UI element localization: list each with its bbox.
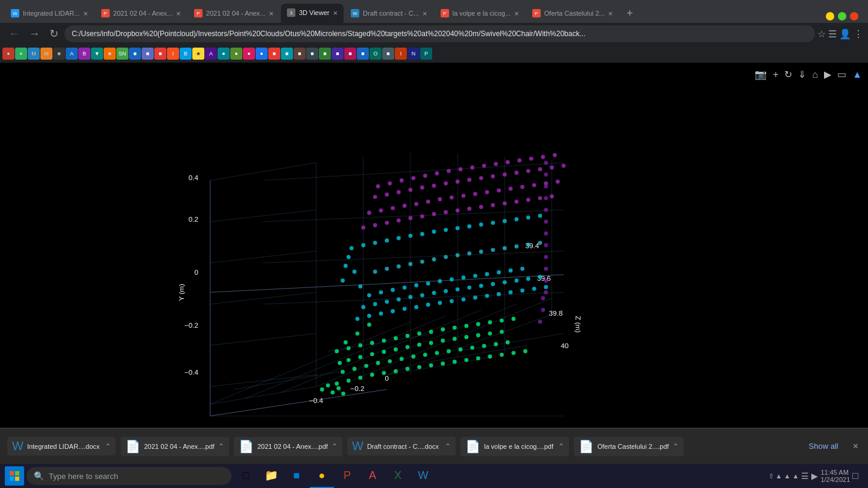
- rectangle-icon[interactable]: ▭: [836, 67, 848, 81]
- svg-point-254: [397, 264, 401, 269]
- show-all-button[interactable]: Show all: [802, 438, 846, 454]
- ext-icon-3[interactable]: M: [28, 48, 40, 60]
- download-chevron-5[interactable]: ⌃: [558, 442, 564, 451]
- ext-icon-27[interactable]: ■: [332, 48, 344, 60]
- ext-icon-5[interactable]: ■: [53, 48, 65, 60]
- svg-point-275: [544, 208, 548, 212]
- file-explorer-button[interactable]: 📁: [259, 464, 283, 488]
- ext-icon-4[interactable]: M: [40, 48, 52, 60]
- download-item-6[interactable]: 📄 Oferta Castelului 2....pdf ⌃: [574, 437, 684, 456]
- home-icon[interactable]: ⌂: [811, 68, 819, 81]
- task-view-button[interactable]: □: [234, 464, 258, 488]
- ext-icon-23[interactable]: ■: [281, 48, 293, 60]
- ext-icon-8[interactable]: ▼: [91, 48, 103, 60]
- ext-icon-12[interactable]: ■: [142, 48, 154, 60]
- ext-icon-11[interactable]: ■: [129, 48, 141, 60]
- powerpoint-button[interactable]: P: [335, 464, 359, 488]
- profile-icon[interactable]: 👤: [839, 28, 851, 40]
- minimize-button[interactable]: [826, 12, 834, 20]
- svg-point-179: [526, 216, 530, 220]
- ext-icon-26[interactable]: ■: [319, 48, 331, 60]
- download-icon[interactable]: ⇓: [797, 67, 807, 81]
- download-chevron-6[interactable]: ⌃: [673, 442, 679, 451]
- bookmark-icon[interactable]: ☆: [817, 28, 826, 40]
- download-item-2[interactable]: 📄 2021 02 04 - Anex....pdf ⌃: [121, 437, 229, 456]
- ext-icon-2[interactable]: ●: [15, 48, 27, 60]
- video-icon[interactable]: ▶: [823, 67, 832, 81]
- tab-5[interactable]: P la volpe e la cicog... ×: [435, 4, 525, 23]
- download-item-3[interactable]: 📄 2021 02 04 - Anex....pdf ⌃: [234, 437, 342, 456]
- svg-point-166: [373, 241, 377, 245]
- tab-active[interactable]: 3 3D Viewer ×: [281, 4, 344, 23]
- excel-button[interactable]: X: [386, 464, 410, 488]
- forward-button[interactable]: →: [25, 27, 43, 42]
- tab-2[interactable]: P 2021 02 04 - Anex... ×: [95, 4, 187, 23]
- ext-icon-22[interactable]: ■: [268, 48, 280, 60]
- address-input[interactable]: [64, 25, 815, 42]
- ext-icon-30[interactable]: O: [370, 48, 382, 60]
- ext-icon-16[interactable]: ★: [192, 48, 204, 60]
- close-download-bar-button[interactable]: ×: [851, 439, 861, 454]
- svg-point-193: [456, 208, 460, 213]
- svg-point-141: [444, 289, 448, 293]
- ext-icon-13[interactable]: ■: [154, 48, 166, 60]
- svg-point-273: [544, 231, 548, 236]
- svg-line-19: [263, 210, 564, 222]
- camera-icon[interactable]: 📷: [753, 67, 768, 81]
- menu-icon[interactable]: ⋮: [854, 28, 863, 40]
- ext-icon-10[interactable]: SN: [116, 48, 128, 60]
- taskbar-search[interactable]: 🔍 Type here to search: [27, 467, 231, 485]
- ext-icon-29[interactable]: ■: [357, 48, 369, 60]
- ext-icon-20[interactable]: ●: [243, 48, 255, 60]
- 3d-viewer[interactable]: 📷 + ↻ ⇓ ⌂ ▶ ▭ ▲: [0, 63, 868, 428]
- reload-button[interactable]: ↻: [46, 26, 62, 42]
- svg-point-70: [423, 352, 427, 357]
- download-chevron-1[interactable]: ⌃: [105, 442, 111, 451]
- svg-point-79: [358, 355, 362, 359]
- ext-icon-24[interactable]: ■: [294, 48, 306, 60]
- ext-icon-32[interactable]: I: [395, 48, 407, 60]
- ext-icon-1[interactable]: ●: [2, 48, 14, 60]
- zoom-in-icon[interactable]: +: [772, 68, 779, 81]
- network-icon[interactable]: ☰: [801, 471, 809, 481]
- ext-icon-9[interactable]: ■: [104, 48, 116, 60]
- extensions-icon[interactable]: ☰: [828, 28, 837, 40]
- tab-1[interactable]: W Integrated LIDAR... ×: [5, 4, 94, 23]
- chart-icon[interactable]: ▲: [851, 68, 863, 81]
- ext-icon-34[interactable]: P: [420, 48, 432, 60]
- start-button[interactable]: [5, 466, 24, 486]
- ext-icon-18[interactable]: ●: [218, 48, 230, 60]
- ext-icon-15[interactable]: B: [180, 48, 192, 60]
- tab-4[interactable]: W Draft contract - C... ×: [345, 4, 433, 23]
- ext-icon-31[interactable]: ■: [382, 48, 394, 60]
- acrobat-button[interactable]: A: [360, 464, 385, 488]
- download-chevron-3[interactable]: ⌃: [332, 442, 338, 451]
- ext-icon-7[interactable]: B: [78, 48, 90, 60]
- word-button[interactable]: W: [411, 464, 435, 488]
- tab-3[interactable]: P 2021 02 04 - Anex... ×: [188, 4, 280, 23]
- new-tab-button[interactable]: +: [620, 4, 640, 23]
- maximize-button[interactable]: [838, 12, 846, 20]
- download-item-5[interactable]: 📄 la volpe e la cicog....pdf ⌃: [461, 437, 569, 456]
- download-item-4[interactable]: W Draft contract - C....docx ⌃: [347, 437, 456, 455]
- download-chevron-4[interactable]: ⌃: [445, 442, 451, 451]
- download-item-1[interactable]: W Integrated LIDAR....docx ⌃: [7, 437, 116, 455]
- ext-icon-28[interactable]: ■: [344, 48, 356, 60]
- back-button[interactable]: ←: [5, 27, 23, 42]
- ext-icon-21[interactable]: ●: [256, 48, 268, 60]
- notifications-icon[interactable]: □: [852, 471, 858, 481]
- ext-icon-33[interactable]: N: [407, 48, 420, 60]
- ext-icon-19[interactable]: ●: [230, 48, 242, 60]
- rotate-icon[interactable]: ↻: [783, 67, 793, 81]
- ext-icon-6[interactable]: A: [66, 48, 78, 60]
- volume-icon[interactable]: ▶: [811, 471, 818, 481]
- ext-icon-17[interactable]: A: [205, 48, 217, 60]
- download-chevron-2[interactable]: ⌃: [218, 442, 224, 451]
- close-button[interactable]: [850, 12, 858, 20]
- tab-6[interactable]: P Oferta Castelului 2... ×: [526, 4, 619, 23]
- edge-button[interactable]: ■: [285, 464, 309, 488]
- ext-icon-14[interactable]: I: [167, 48, 179, 60]
- ext-icon-25[interactable]: ■: [306, 48, 318, 60]
- svg-point-178: [514, 217, 518, 222]
- chrome-button[interactable]: ●: [310, 464, 334, 488]
